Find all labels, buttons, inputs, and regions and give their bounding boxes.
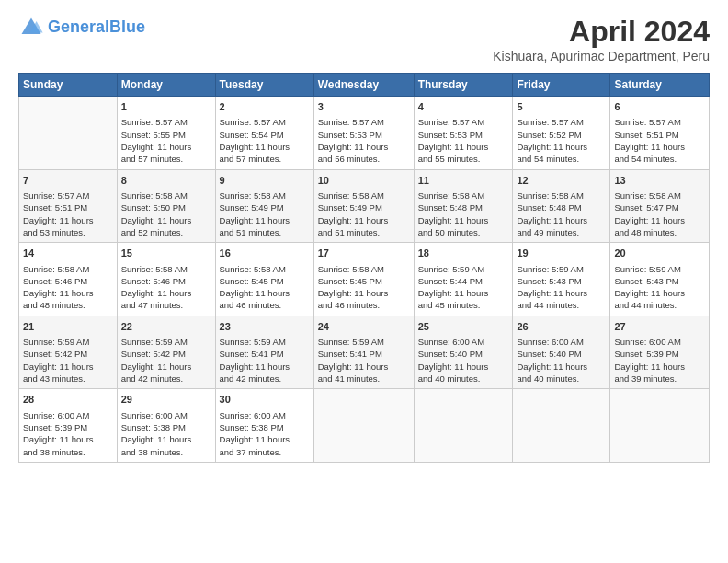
day-info-line: Daylight: 11 hours [23,287,113,299]
day-info-line: Daylight: 11 hours [121,214,211,226]
day-info-line: and 55 minutes. [418,153,509,165]
day-info-line: Sunrise: 6:00 AM [418,336,509,348]
day-number: 7 [23,174,113,188]
calendar-cell: 25Sunrise: 6:00 AMSunset: 5:40 PMDayligh… [414,316,513,389]
day-info-line: Daylight: 11 hours [220,214,310,226]
calendar-cell [313,389,414,463]
calendar-cell: 16Sunrise: 5:58 AMSunset: 5:45 PMDayligh… [215,243,313,316]
day-info-line: Daylight: 11 hours [23,361,113,373]
day-info-line: Sunset: 5:39 PM [23,421,113,433]
day-number: 20 [614,247,705,260]
title-section: April 2024 Kishuara, Apurimac Department… [493,15,710,63]
day-number: 13 [614,174,705,188]
day-info-line: Sunrise: 5:58 AM [318,263,410,275]
calendar-cell: 20Sunrise: 5:59 AMSunset: 5:43 PMDayligh… [610,243,710,316]
day-info-line: Sunrise: 5:58 AM [614,190,705,201]
day-info-line: Sunrise: 6:00 AM [220,409,310,421]
header: GeneralBlue April 2024 Kishuara, Apurima… [18,15,710,63]
day-info-line: and 48 minutes. [23,299,113,311]
day-info-line: Sunrise: 5:59 AM [23,336,113,348]
day-number: 3 [318,100,410,114]
day-info-line: Daylight: 11 hours [318,287,410,299]
day-info-line: Sunrise: 5:59 AM [121,336,211,348]
day-info-line: Sunrise: 5:57 AM [23,190,113,201]
day-info-line: Daylight: 11 hours [517,361,606,373]
week-row-2: 7Sunrise: 5:57 AMSunset: 5:51 PMDaylight… [19,169,710,243]
calendar-cell: 19Sunrise: 5:59 AMSunset: 5:43 PMDayligh… [513,243,610,316]
day-number: 17 [318,247,410,260]
day-info-line: and 48 minutes. [614,226,705,238]
week-row-5: 28Sunrise: 6:00 AMSunset: 5:39 PMDayligh… [19,389,710,463]
day-info-line: Daylight: 11 hours [418,214,509,226]
calendar-cell: 2Sunrise: 5:57 AMSunset: 5:54 PMDaylight… [215,97,313,170]
day-info-line: and 43 minutes. [23,373,113,385]
day-info-line: and 46 minutes. [220,299,310,311]
day-info-line: Sunset: 5:42 PM [23,348,113,360]
day-number: 28 [23,393,113,407]
calendar-cell: 11Sunrise: 5:58 AMSunset: 5:48 PMDayligh… [414,169,513,243]
calendar-cell: 23Sunrise: 5:59 AMSunset: 5:41 PMDayligh… [215,316,313,389]
day-info-line: Sunrise: 5:58 AM [121,190,211,201]
day-info-line: Sunset: 5:51 PM [614,129,705,141]
week-row-3: 14Sunrise: 5:58 AMSunset: 5:46 PMDayligh… [19,243,710,316]
day-info-line: Sunset: 5:48 PM [418,201,509,213]
day-info-line: Sunset: 5:46 PM [23,275,113,287]
day-info-line: Sunrise: 5:59 AM [614,263,705,275]
day-number: 25 [418,320,509,334]
calendar-cell: 15Sunrise: 5:58 AMSunset: 5:46 PMDayligh… [117,243,215,316]
day-info-line: Sunset: 5:39 PM [614,348,705,360]
day-info-line: Daylight: 11 hours [23,433,113,445]
day-info-line: Sunset: 5:38 PM [220,421,310,433]
day-info-line: and 44 minutes. [517,299,606,311]
day-number: 11 [418,174,509,188]
day-number: 1 [121,100,211,114]
header-cell-sunday: Sunday [19,74,118,97]
day-info-line: and 57 minutes. [220,153,310,165]
day-number: 6 [614,100,705,114]
day-info-line: Sunset: 5:45 PM [220,275,310,287]
day-number: 10 [318,174,410,188]
calendar-cell: 7Sunrise: 5:57 AMSunset: 5:51 PMDaylight… [19,169,118,243]
calendar-cell: 3Sunrise: 5:57 AMSunset: 5:53 PMDaylight… [313,97,414,170]
calendar-cell: 1Sunrise: 5:57 AMSunset: 5:55 PMDaylight… [117,97,215,170]
page: GeneralBlue April 2024 Kishuara, Apurima… [0,0,728,563]
day-number: 16 [220,247,310,260]
day-info-line: Sunset: 5:43 PM [517,275,606,287]
day-info-line: Sunrise: 5:58 AM [220,190,310,201]
day-info-line: and 50 minutes. [418,226,509,238]
day-info-line: Sunrise: 5:58 AM [121,263,211,275]
calendar-table: SundayMondayTuesdayWednesdayThursdayFrid… [18,73,710,463]
day-info-line: and 37 minutes. [220,446,310,458]
logo: GeneralBlue [18,15,145,40]
day-info-line: Daylight: 11 hours [121,361,211,373]
day-info-line: Sunrise: 5:57 AM [220,116,310,128]
day-info-line: Sunrise: 5:58 AM [318,190,410,201]
day-info-line: Sunrise: 5:58 AM [418,190,509,201]
day-number: 9 [220,174,310,188]
day-info-line: and 54 minutes. [517,153,606,165]
week-row-4: 21Sunrise: 5:59 AMSunset: 5:42 PMDayligh… [19,316,710,389]
logo-line2: Blue [109,17,145,36]
calendar-cell: 26Sunrise: 6:00 AMSunset: 5:40 PMDayligh… [513,316,610,389]
calendar-cell [414,389,513,463]
week-row-1: 1Sunrise: 5:57 AMSunset: 5:55 PMDaylight… [19,97,710,170]
calendar-cell: 29Sunrise: 6:00 AMSunset: 5:38 PMDayligh… [117,389,215,463]
day-info-line: and 38 minutes. [121,446,211,458]
header-cell-monday: Monday [117,74,215,97]
day-info-line: Sunset: 5:48 PM [517,201,606,213]
day-info-line: and 40 minutes. [418,373,509,385]
calendar-cell: 12Sunrise: 5:58 AMSunset: 5:48 PMDayligh… [513,169,610,243]
day-info-line: Sunset: 5:38 PM [121,421,211,433]
day-info-line: Sunset: 5:52 PM [517,129,606,141]
day-info-line: Sunrise: 5:59 AM [220,336,310,348]
day-number: 8 [121,174,211,188]
header-cell-tuesday: Tuesday [215,74,313,97]
day-number: 21 [23,320,113,334]
day-info-line: and 47 minutes. [121,299,211,311]
day-info-line: and 52 minutes. [121,226,211,238]
day-number: 23 [220,320,310,334]
day-info-line: Daylight: 11 hours [614,287,705,299]
day-info-line: Sunset: 5:51 PM [23,201,113,213]
day-number: 22 [121,320,211,334]
day-info-line: and 54 minutes. [614,153,705,165]
